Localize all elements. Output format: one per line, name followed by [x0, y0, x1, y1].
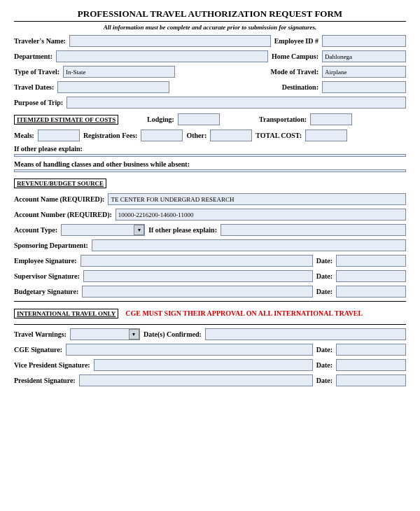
vp-date-label: Date: [316, 361, 332, 369]
vp-sig-input[interactable] [94, 359, 313, 371]
traveler-name-input[interactable] [69, 35, 271, 47]
type-of-travel-input[interactable]: In-State [63, 66, 175, 78]
destination-input[interactable] [322, 81, 406, 93]
pres-sig-input[interactable] [79, 374, 313, 386]
account-type-other-label: If other please explain: [148, 226, 217, 234]
transportation-label: Transportation: [259, 115, 307, 123]
travel-dates-label: Travel Dates: [14, 83, 54, 91]
account-type-label: Account Type: [14, 226, 57, 234]
sup-date-input[interactable] [336, 270, 406, 282]
intl-section-header: INTERNATIONAL TRAVEL ONLY [14, 309, 118, 318]
pres-date-label: Date: [316, 377, 332, 384]
form-title: PROFESSIONAL TRAVEL AUTHORIZATION REQUES… [14, 8, 406, 20]
travel-dates-input[interactable] [57, 81, 169, 93]
form-subtitle: All information must be complete and acc… [14, 24, 406, 31]
sup-sig-label: Supervisor Signature: [14, 272, 80, 280]
intl-rule [14, 301, 406, 302]
destination-label: Destination: [282, 83, 318, 91]
sup-date-label: Date: [316, 272, 332, 280]
account-name-input[interactable]: TE CENTER FOR UNDERGRAD RESEARCH [108, 193, 406, 205]
meals-input[interactable] [38, 130, 80, 141]
chevron-down-icon: ▾ [134, 225, 144, 235]
department-input[interactable] [56, 50, 268, 62]
transportation-input[interactable] [310, 113, 352, 125]
bud-sig-label: Budgetary Signature: [14, 288, 78, 295]
cge-date-label: Date: [316, 346, 332, 354]
account-number-input[interactable]: 10000-2216200-14600-11000 [115, 209, 406, 220]
chevron-down-icon: ▾ [129, 329, 139, 340]
type-of-travel-label: Type of Travel: [14, 68, 59, 76]
account-type-other-input[interactable] [220, 224, 406, 236]
lodging-input[interactable] [178, 113, 220, 125]
emp-sig-input[interactable] [80, 255, 313, 267]
home-campus-label: Home Campus: [272, 52, 318, 60]
vp-sig-label: Vice President Signature: [14, 361, 90, 369]
emp-date-input[interactable] [336, 255, 406, 267]
bud-date-input[interactable] [336, 286, 406, 298]
title-rule [14, 21, 406, 22]
itemized-section-header: ITEMIZED ESTIMATE OF COSTS [14, 115, 118, 125]
account-name-label: Account Name (REQUIRED): [14, 195, 104, 203]
home-campus-input[interactable]: Dahlonega [322, 50, 406, 62]
other-explain-input[interactable] [14, 154, 406, 157]
sponsoring-input[interactable] [92, 239, 406, 251]
other-label: Other: [186, 132, 206, 139]
pres-date-input[interactable] [336, 374, 406, 386]
total-input[interactable] [305, 130, 347, 141]
department-label: Department: [14, 52, 52, 60]
employee-id-label: Employee ID # [274, 37, 318, 45]
traveler-name-label: Traveler's Name: [14, 37, 66, 45]
mode-of-travel-input[interactable]: Airplane [322, 66, 406, 78]
emp-sig-label: Employee Signature: [14, 257, 77, 265]
dates-confirmed-label: Date(s) Confirmed: [144, 330, 202, 338]
emp-date-label: Date: [316, 257, 332, 265]
registration-label: Registration Fees: [83, 132, 137, 139]
vp-date-input[interactable] [336, 359, 406, 371]
account-type-select[interactable]: ▾ [61, 224, 145, 236]
dates-confirmed-input[interactable] [205, 328, 406, 340]
means-label: Means of handling classes and other busi… [14, 160, 406, 168]
intl-rule-2 [14, 324, 406, 325]
bud-date-label: Date: [316, 288, 332, 295]
pres-sig-label: President Signature: [14, 377, 76, 384]
sup-sig-input[interactable] [83, 270, 313, 282]
sponsoring-label: Sponsoring Department: [14, 241, 88, 249]
revenue-section-header: REVENUE/BUDGET SOURCE [14, 178, 106, 188]
other-explain-label: If other please explain: [14, 145, 406, 153]
warnings-label: Travel Warnings: [14, 330, 66, 338]
cge-sig-input[interactable] [66, 344, 313, 356]
purpose-label: Purpose of Trip: [14, 99, 63, 106]
total-label: TOTAL COST: [255, 132, 302, 139]
purpose-input[interactable] [66, 97, 406, 108]
cge-date-input[interactable] [336, 344, 406, 356]
means-input[interactable] [14, 169, 406, 172]
account-number-label: Account Number (REQUIRED): [14, 211, 112, 218]
employee-id-input[interactable] [322, 35, 406, 47]
other-input[interactable] [210, 130, 252, 141]
intl-warning-text: CGE MUST SIGN THEIR APPROVAL ON ALL INTE… [125, 309, 363, 317]
cge-sig-label: CGE Signature: [14, 346, 62, 354]
registration-input[interactable] [141, 130, 183, 141]
bud-sig-input[interactable] [82, 286, 312, 298]
mode-of-travel-label: Mode of Travel: [270, 68, 318, 76]
warnings-select[interactable]: ▾ [70, 328, 140, 340]
lodging-label: Lodging: [147, 115, 174, 123]
meals-label: Meals: [14, 132, 34, 139]
